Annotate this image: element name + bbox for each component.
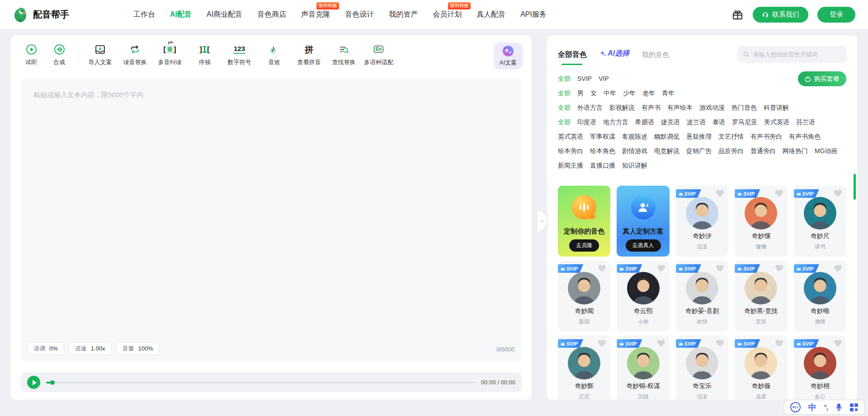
nav-item[interactable]: 限时特惠 会员计划 [433,10,462,19]
filter-chip[interactable]: 悬疑推理 [686,129,712,144]
filter-chip[interactable]: 地方方言 [603,115,628,129]
filter-chip[interactable]: 英式英语 [558,129,583,144]
filter-chip[interactable]: 知识讲解 [622,158,647,173]
filter-chip[interactable]: 品质旁白 [718,144,744,158]
find-replace-button[interactable]: 查找替换 [326,43,361,66]
tab-all-voices[interactable]: 全部音色 [558,50,587,65]
filter-chip[interactable]: 少年 [623,86,636,100]
filter-chip[interactable]: 电竞解说 [654,144,679,158]
filter-chip[interactable]: 幽默调侃 [654,129,679,144]
gift-icon[interactable] [731,9,744,21]
voice-search-box[interactable] [738,46,846,63]
filter-chip[interactable]: 剧情游戏 [622,144,647,158]
filter-chip[interactable]: 罗马尼亚 [732,115,757,129]
filter-lead-all[interactable]: 全部 [558,86,571,100]
polyphone-correct-button[interactable]: yīn[音] 多音纠读 [152,43,187,66]
script-textarea[interactable]: 粘贴或输入文本内容，限5000个字内 语调 0% 语速 1.00x 音量 100… [21,79,522,361]
filter-chip[interactable]: 有声书角色 [789,129,821,144]
brand[interactable]: 配音帮手 [13,6,69,23]
filter-chip[interactable]: 男 [577,86,584,100]
sound-effect-button[interactable]: ♪ 音效 [257,43,292,66]
filter-chip[interactable]: 波兰语 [687,115,706,129]
filter-chip[interactable]: 捷克语 [661,115,680,129]
filter-chip[interactable]: 印度语 [577,115,596,129]
multilingual-button[interactable]: En 多语种适配 [361,43,396,66]
filter-chip[interactable]: 直播口播 [590,158,615,173]
synthesize-button[interactable]: 合成 [45,43,73,66]
human-voice-promo-card[interactable]: 真人定制方案 去选真人 [617,186,669,257]
nav-item[interactable]: 音色设计 [345,10,374,19]
filter-chip[interactable]: 网络热门 [783,144,808,158]
voice-card[interactable]: SVIP 奇妙辉 正式 [558,336,610,400]
pronunciation-replace-button[interactable]: 读音替换 [118,43,152,66]
filter-chip[interactable]: 青年 [662,86,675,100]
filter-chip[interactable]: 热门音色 [731,100,757,115]
nav-item[interactable]: 我的资产 [389,10,418,19]
filter-chip[interactable]: 芬兰语 [796,115,815,129]
favorite-heart-icon[interactable] [716,265,724,272]
contact-us-button[interactable]: 联系我们 [753,7,808,23]
voice-card[interactable]: SVIP 奇妙黑-竞技 竞技 [735,261,787,332]
voice-card[interactable]: SVIP 奇妙栩 走心 [794,336,846,400]
voice-search-input[interactable] [753,51,841,58]
voice-card[interactable]: SVIP 奇妙惬 慵懒 [735,186,787,257]
voice-card[interactable]: SVIP 奇妙唯 激情 [794,261,846,332]
pitch-control[interactable]: 语调 0% [27,342,64,355]
filter-chip[interactable]: 中年 [604,86,616,100]
nav-item[interactable]: 工作台 [133,10,155,19]
filter-chip[interactable]: 军事权谋 [590,129,615,144]
filter-lead-all[interactable]: 全部 [558,115,571,129]
favorite-heart-icon[interactable] [775,190,783,197]
voice-card[interactable]: SVIP 奇妙薇 温柔 [735,336,787,400]
collapse-panel-chevron[interactable]: › [538,210,547,231]
import-text-button[interactable]: 导入文案 [83,43,118,66]
voice-card[interactable]: SVIP 奇妙尺 讲书 [794,186,846,257]
custom-voice-promo-card[interactable]: 定制你的音色 去克隆 [558,186,610,257]
favorite-heart-icon[interactable] [716,340,724,347]
nav-item[interactable]: 音色商店 [257,10,286,19]
nav-item[interactable]: 真人配音 [476,10,505,19]
filter-chip[interactable]: 泰语 [712,115,725,129]
filter-chip[interactable]: 绘本角色 [590,144,615,158]
filter-chip[interactable]: 希腊语 [635,115,654,129]
nav-item[interactable]: AI配音 [170,10,192,19]
voice-card[interactable]: SVIP 奇妙锦-权谋 沉稳 [617,336,669,400]
number-symbol-button[interactable]: 123 数字符号 [222,43,257,66]
choose-human-button[interactable]: 去选真人 [626,239,661,252]
favorite-heart-icon[interactable] [834,340,842,347]
favorite-heart-icon[interactable] [598,340,606,347]
favorite-heart-icon[interactable] [657,265,665,272]
filter-chip[interactable]: 促销广告 [686,144,712,158]
filter-chip[interactable]: MG动画 [815,144,838,158]
player-progress-track[interactable] [46,382,475,383]
filter-chip[interactable]: 科普讲解 [764,100,789,115]
ime-mic-icon[interactable] [835,403,842,411]
tab-my-voices[interactable]: 我的音色 [642,51,669,59]
filter-chip[interactable]: 文艺抒情 [718,129,744,144]
voice-card[interactable]: SVIP 奇妙汐 活泼 [676,186,728,257]
scrollbar-thumb[interactable] [854,174,856,200]
filter-chip[interactable]: 美式英语 [764,115,789,129]
voice-card[interactable]: SVIP 奇妙晏-喜剧 欢快 [676,261,728,332]
favorite-heart-icon[interactable] [775,265,783,272]
voice-card[interactable]: SVIP 奇妙闻 新闻 [558,261,610,332]
filter-chip[interactable]: 影视解说 [609,100,635,115]
view-pinyin-button[interactable]: 拼 查看拼音 [292,43,326,66]
buy-package-button[interactable]: 购买套餐 [798,71,846,86]
filter-chip[interactable]: 外语方言 [577,100,603,115]
ai-copy-button[interactable]: AI文案 [494,42,523,70]
voice-card[interactable]: SVIP 奇云熙 小帅 [617,261,669,332]
filter-chip[interactable]: 女 [590,86,597,100]
filter-chip[interactable]: 绘本旁白 [558,144,583,158]
filter-chip[interactable]: SVIP [577,71,592,86]
filter-lead-all[interactable]: 全部 [558,100,571,115]
pause-button[interactable]: ][ 停顿 [187,43,222,66]
filter-lead-all[interactable]: 全部 [558,71,571,86]
tab-ai-select[interactable]: AI选择 [599,49,629,58]
filter-chip[interactable]: 有声书 [642,100,660,115]
favorite-heart-icon[interactable] [657,340,665,347]
player-play-button[interactable] [27,376,40,389]
speed-control[interactable]: 语速 1.00x [69,342,112,355]
filter-chip[interactable]: 普通旁白 [750,144,776,158]
favorite-heart-icon[interactable] [834,190,842,197]
